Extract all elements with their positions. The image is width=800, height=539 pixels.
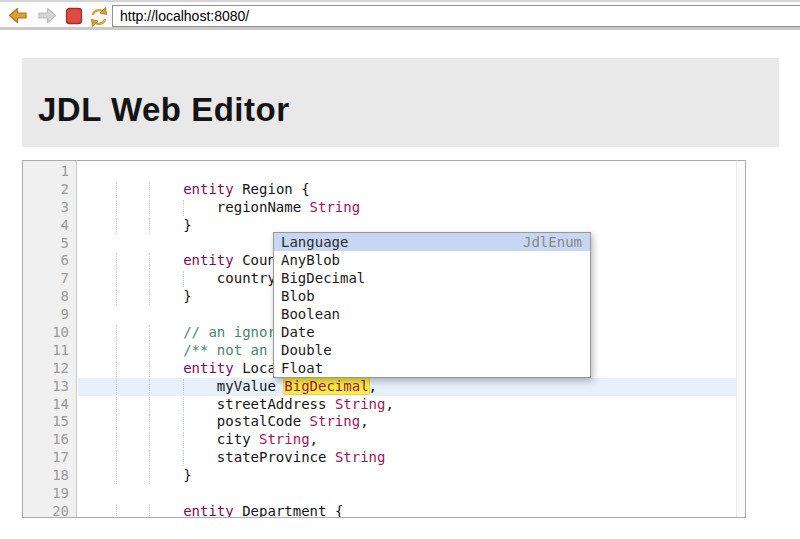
line-number: 15 <box>23 413 78 431</box>
indent-guide <box>149 218 150 234</box>
line-number: 2 <box>23 181 78 199</box>
browser-toolbar <box>0 0 800 30</box>
line-number: 6 <box>23 252 78 270</box>
line-number: 9 <box>23 306 78 324</box>
browser-window: JDL Web Editor 12 entity Region {3 regio… <box>0 0 800 539</box>
indent-guide <box>116 200 117 216</box>
code-line[interactable]: 1 <box>23 163 736 181</box>
indent-guide <box>149 253 150 269</box>
line-number: 17 <box>23 449 78 467</box>
forward-button[interactable] <box>36 6 58 26</box>
code-line[interactable]: 15 postalCode String, <box>23 413 736 431</box>
indent-guide <box>149 182 150 198</box>
indent-guide <box>183 200 184 216</box>
indent-guide <box>149 289 150 305</box>
indent-guide <box>116 182 117 198</box>
indent-guide <box>116 468 117 484</box>
line-number: 14 <box>23 396 78 414</box>
line-number: 8 <box>23 288 78 306</box>
code-line-text: entity Department { <box>78 503 736 518</box>
autocomplete-item[interactable]: Float <box>274 359 590 377</box>
line-number: 5 <box>23 235 78 253</box>
indent-guide <box>183 379 184 395</box>
line-number: 18 <box>23 467 78 485</box>
indent-guide <box>149 200 150 216</box>
line-number: 20 <box>23 503 78 518</box>
code-line-text: entity Region { <box>78 181 736 199</box>
back-button[interactable] <box>7 6 29 26</box>
indent-guide <box>149 504 150 518</box>
line-number: 7 <box>23 270 78 288</box>
autocomplete-item-label: Date <box>281 323 315 341</box>
autocomplete-item-type: JdlEnum <box>523 233 582 251</box>
indent-guide <box>116 397 117 413</box>
editor-scrollbar[interactable] <box>736 161 745 517</box>
indent-guide <box>149 432 150 448</box>
code-line-text: } <box>78 467 736 485</box>
indent-guide <box>149 379 150 395</box>
code-line[interactable]: 2 entity Region { <box>23 181 736 199</box>
indent-guide <box>116 271 117 287</box>
back-arrow-icon <box>7 6 29 26</box>
autocomplete-dropdown: LanguageJdlEnumAnyBlobBigDecimalBlobBool… <box>273 232 591 378</box>
indent-guide <box>116 504 117 518</box>
stop-square-icon <box>63 6 85 26</box>
line-number: 19 <box>23 485 78 503</box>
autocomplete-item[interactable]: Boolean <box>274 305 590 323</box>
indent-guide <box>116 432 117 448</box>
line-number: 12 <box>23 360 78 378</box>
forward-arrow-icon <box>36 6 58 26</box>
code-line[interactable]: 16 city String, <box>23 431 736 449</box>
code-line-text: streetAddress String, <box>78 396 736 414</box>
autocomplete-item-label: Blob <box>281 287 315 305</box>
autocomplete-item[interactable]: BigDecimal <box>274 269 590 287</box>
code-line-text: myValue BigDecimal, <box>78 378 736 396</box>
code-line[interactable]: 13 myValue BigDecimal, <box>23 378 736 396</box>
indent-guide <box>183 397 184 413</box>
autocomplete-item[interactable]: LanguageJdlEnum <box>274 233 590 251</box>
autocomplete-item-label: Float <box>281 359 323 377</box>
indent-guide <box>149 271 150 287</box>
code-line[interactable]: 18 } <box>23 467 736 485</box>
line-number: 1 <box>23 163 78 181</box>
autocomplete-item-label: Double <box>281 341 332 359</box>
autocomplete-item-label: BigDecimal <box>281 269 365 287</box>
line-number: 10 <box>23 324 78 342</box>
stop-button[interactable] <box>63 6 85 26</box>
line-number: 16 <box>23 431 78 449</box>
indent-guide <box>149 361 150 377</box>
indent-guide <box>149 325 150 341</box>
autocomplete-item[interactable]: Blob <box>274 287 590 305</box>
line-number: 11 <box>23 342 78 360</box>
code-line-text: regionName String <box>78 199 736 217</box>
code-line[interactable]: 17 stateProvince String <box>23 449 736 467</box>
indent-guide <box>116 343 117 359</box>
indent-guide <box>116 379 117 395</box>
url-input[interactable] <box>112 5 800 27</box>
refresh-button[interactable] <box>87 6 109 26</box>
line-number: 13 <box>23 378 78 396</box>
indent-guide <box>116 218 117 234</box>
indent-guide <box>183 432 184 448</box>
autocomplete-item[interactable]: AnyBlob <box>274 251 590 269</box>
page-header: JDL Web Editor <box>22 58 779 147</box>
line-number: 4 <box>23 217 78 235</box>
code-line[interactable]: 14 streetAddress String, <box>23 396 736 414</box>
autocomplete-item[interactable]: Date <box>274 323 590 341</box>
autocomplete-item[interactable]: Double <box>274 341 590 359</box>
indent-guide <box>149 343 150 359</box>
indent-guide <box>149 468 150 484</box>
code-line[interactable]: 19 <box>23 485 736 503</box>
refresh-arrows-icon <box>87 6 109 28</box>
autocomplete-item-label: Language <box>281 233 348 251</box>
code-line-text <box>78 485 736 503</box>
code-line[interactable]: 20 entity Department { <box>23 503 736 518</box>
code-line-text <box>78 163 736 181</box>
indent-guide <box>116 361 117 377</box>
indent-guide <box>149 397 150 413</box>
code-line[interactable]: 3 regionName String <box>23 199 736 217</box>
autocomplete-item-label: AnyBlob <box>281 251 340 269</box>
indent-guide <box>149 414 150 430</box>
line-number: 3 <box>23 199 78 217</box>
autocomplete-item-label: Boolean <box>281 305 340 323</box>
